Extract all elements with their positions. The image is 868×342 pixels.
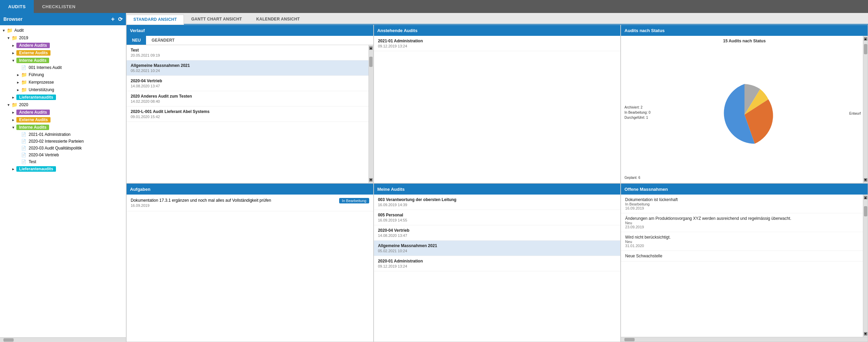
arrow-icon: ▼ (2, 29, 7, 32)
pie-chart-title: 15 Audits nach Status (621, 36, 868, 46)
verlauf-item-date: 14.02.2020 08:40 (131, 99, 364, 103)
meine-item-date: 14.08.2020 13:47 (378, 233, 617, 238)
subtab-neu[interactable]: NEU (127, 36, 146, 45)
legend-geplant-label: Geplant: 6 (624, 176, 640, 180)
folder-label-interne: Interne Audits (16, 58, 49, 63)
verlauf-scrollbar[interactable]: ▲ ▼ (368, 45, 373, 183)
status-scrollbar[interactable]: ▲ ▼ (863, 36, 868, 183)
refresh-icon[interactable]: ⟳ (118, 16, 122, 23)
tree-item-2019-andere[interactable]: ► Andere Audits (0, 42, 126, 49)
browser-panel: Browser + ⟳ ▼ 📁 Audit ▼ 📁 2019 ► An (0, 13, 126, 342)
offene-item-1[interactable]: Dokumentation ist lückenhaft In Bearbeit… (621, 195, 863, 213)
tree-item-2020-externe[interactable]: ► Externe Audits (0, 116, 126, 124)
meine-item-allg2021[interactable]: Allgemeine Massnahmen 2021 05.02.2021 10… (374, 241, 621, 256)
tree-item-audit-root[interactable]: ▼ 📁 Audit (0, 27, 126, 34)
offene-item-2[interactable]: Änderungen am Produktionsvorgang XYZ wer… (621, 213, 863, 232)
aufgaben-item-1[interactable]: Dokumentation 17.3.1 ergänzen und noch m… (127, 195, 373, 211)
doc-icon: 📄 (21, 65, 27, 70)
scrollbar-thumb (3, 338, 14, 342)
scroll-thumb[interactable] (864, 44, 867, 54)
aufgaben-content-area: Dokumentation 17.3.1 ergänzen und noch m… (127, 195, 373, 342)
verlauf-item-massnahmen[interactable]: Allgemeine Massnahmen 2021 05.02.2021 10… (127, 60, 368, 76)
meine-panel: Meine Audits 003 Verantwortung der obers… (374, 183, 621, 342)
offene-item-3[interactable]: Wird nicht berücksichtigt. Neu 31.01.202… (621, 232, 863, 251)
tree-item-2020[interactable]: ▼ 📁 2020 (0, 101, 126, 109)
tree-item-2020-lieferanten[interactable]: ► Lieferantenaudits (0, 165, 126, 173)
tree-item-2019-externe[interactable]: ► Externe Audits (0, 49, 126, 57)
scroll-up-arrow[interactable]: ▲ (369, 46, 373, 50)
scroll-down-arrow[interactable]: ▼ (369, 178, 373, 182)
tab-standard-ansicht[interactable]: STANDARD ANSICHT (126, 15, 184, 25)
subtab-geaendert[interactable]: GEÄNDERT (146, 36, 180, 45)
scroll-down-arrow[interactable]: ▼ (864, 332, 867, 336)
meine-item-2020-04[interactable]: 2020-04 Vertrieb 14.08.2020 13:47 (374, 225, 621, 241)
meine-item-003[interactable]: 003 Verantwortung der obersten Leitung 1… (374, 195, 621, 210)
anstehende-panel: Anstehende Audits 2021-01 Administration… (374, 25, 621, 183)
legend-archiviert: Archiviert: 2 (624, 105, 650, 109)
status-content: 15 Audits nach Status Archiviert: 2 In B… (621, 36, 868, 183)
tree-item-2019-lieferanten[interactable]: ► Lieferantenaudits (0, 94, 126, 101)
tab-kalender-ansicht[interactable]: KALENDER ANSICHT (249, 14, 307, 24)
tab-audits[interactable]: AUDITS (0, 0, 34, 13)
verlauf-item-test[interactable]: Test 20.05.2021 09:19 (127, 45, 368, 60)
meine-item-2020-01[interactable]: 2020-01 Administration 09.12.2019 13:24 (374, 256, 621, 271)
offene-item-4[interactable]: Neue Schwachstelle (621, 251, 863, 261)
anstehende-header: Anstehende Audits (374, 25, 621, 36)
aufgaben-item-content: Dokumentation 17.3.1 ergänzen und noch m… (131, 198, 336, 208)
meine-title: Meine Audits (377, 187, 405, 192)
browser-header: Browser + ⟳ (0, 13, 126, 25)
tree-item-2019[interactable]: ▼ 📁 2019 (0, 34, 126, 42)
meine-item-005[interactable]: 005 Personal 16.09.2019 14:55 (374, 210, 621, 225)
tree-label: Kernprozesse (29, 80, 54, 85)
folder-label-2020-andere: Andere Audits (16, 110, 50, 115)
tree-label: 2020-04 Vertrieb (29, 153, 59, 157)
offene-scrollbar[interactable]: ▲ ▼ (863, 195, 868, 337)
verlauf-item-title: 2020 Anderes Audit zum Testen (131, 94, 364, 99)
offene-item-status: Neu (625, 221, 859, 225)
scroll-up[interactable]: ▲ (864, 37, 867, 41)
tree-item-test[interactable]: 📄 Test (0, 158, 126, 165)
status-panel: Audits nach Status 15 Audits nach Status… (621, 25, 868, 183)
tree-item-kernprozesse[interactable]: ► 📁 Kernprozesse (0, 79, 126, 86)
scroll-up-arrow[interactable]: ▲ (864, 196, 867, 199)
tree-item-2021-01-admin[interactable]: 📄 2021-01 Administration (0, 131, 126, 138)
scroll-handle[interactable] (864, 206, 867, 216)
tree-item-2019-interne[interactable]: ▼ Interne Audits (0, 57, 126, 64)
tab-gantt-ansicht[interactable]: GANTT CHART ANSICHT (184, 14, 249, 24)
anstehende-item-2021-01[interactable]: 2021-01 Administration 09.12.2019 13:24 (374, 36, 621, 51)
folder-icon: 📁 (12, 102, 18, 108)
arrow-icon: ► (12, 51, 16, 55)
doc-icon: 📄 (21, 146, 27, 151)
meine-item-title: 2020-01 Administration (378, 259, 617, 263)
doc-icon: 📄 (21, 132, 27, 137)
verlauf-item-2020-anderes[interactable]: 2020 Anderes Audit zum Testen 14.02.2020… (127, 91, 368, 106)
tree-item-2020-04[interactable]: 📄 2020-04 Vertrieb (0, 152, 126, 158)
scroll-handle[interactable] (369, 57, 373, 67)
aufgaben-item-date: 16.09.2019 (131, 203, 336, 208)
browser-header-left: Browser (3, 16, 23, 22)
tree-item-2020-andere[interactable]: ► Andere Audits (0, 109, 126, 116)
offene-content-area: Dokumentation ist lückenhaft In Bearbeit… (621, 195, 868, 337)
meine-item-title: 005 Personal (378, 213, 617, 217)
arrow-icon: ► (12, 111, 16, 114)
tab-checklisten[interactable]: CHECKLISTEN (34, 0, 84, 13)
scroll-down[interactable]: ▼ (864, 178, 867, 182)
tree-item-unterstuetzung[interactable]: ► 📁 Unterstützung (0, 86, 126, 94)
content-grid: Verlauf NEU GEÄNDERT Test 20.05.2021 09:… (126, 25, 868, 342)
pie-legend-left: Archiviert: 2 In Bearbeitung: 0 Durchgef… (624, 105, 650, 121)
aufgaben-header: Aufgaben (127, 184, 373, 195)
tree-item-fuehrung[interactable]: ► 📁 Führung (0, 71, 126, 79)
arrow-icon: ► (12, 118, 16, 122)
verlauf-item-title: Test (131, 48, 364, 53)
tree-item-2020-interne[interactable]: ▼ Interne Audits (0, 124, 126, 131)
browser-scrollbar[interactable] (0, 337, 126, 342)
folder-icon: 📁 (21, 80, 27, 85)
offene-hscrollbar[interactable] (621, 337, 868, 342)
verlauf-item-2020-l001[interactable]: 2020-L-001 Audit Lieferant Abel Systems … (127, 106, 368, 122)
offene-item-status: In Bearbeitung (625, 202, 859, 206)
verlauf-item-2020-04[interactable]: 2020-04 Vertrieb 14.08.2020 13:47 (127, 76, 368, 91)
tree-item-001-internes[interactable]: 📄 001 Internes Audit (0, 64, 126, 71)
add-icon[interactable]: + (111, 16, 115, 23)
tree-item-2020-02[interactable]: 📄 2020-02 Interessierte Parteien (0, 138, 126, 145)
tree-item-2020-03[interactable]: 📄 2020-03 Audit Qualitätspolitik (0, 145, 126, 152)
